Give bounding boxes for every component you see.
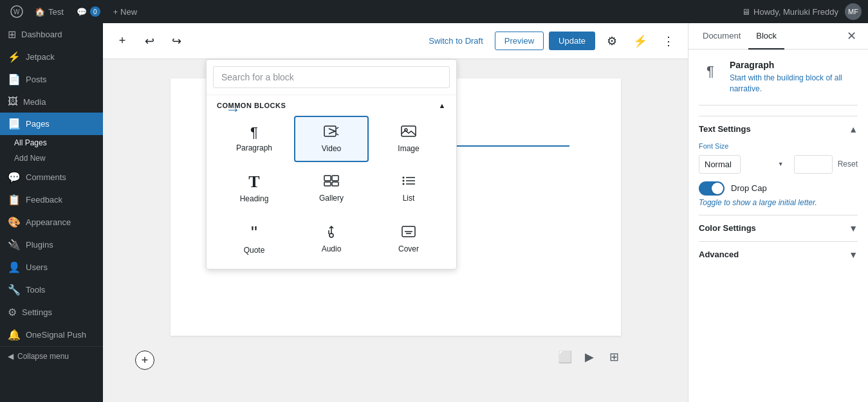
editor-block-toolbar: ⬜ ▶ ⊞ <box>555 347 623 367</box>
settings-toggle-button[interactable]: ⚙ <box>600 30 623 53</box>
category-header: Common Blocks ▲ <box>217 102 446 109</box>
tab-block[interactable]: Block <box>748 23 784 50</box>
block-description: Start with the building block of all nar… <box>730 73 858 95</box>
block-item-image[interactable]: Image <box>371 116 446 162</box>
admin-bar-new[interactable]: + New <box>108 0 142 23</box>
drop-cap-description: Toggle to show a large initial letter. <box>699 198 858 207</box>
block-item-list[interactable]: List <box>371 165 446 212</box>
image-block-icon <box>401 125 416 140</box>
font-size-reset-button[interactable]: Reset <box>838 160 858 169</box>
drop-cap-label: Drop Cap <box>731 183 767 193</box>
sidebar-item-dashboard[interactable]: ⊞ Dashboard <box>0 23 103 46</box>
table-icon[interactable]: ⊞ <box>604 347 623 367</box>
sidebar-item-appearance[interactable]: 🎨 Appearance <box>0 211 103 233</box>
main-layout: ⊞ Dashboard ⚡ Jetpack 📄 Posts 🖼 Media 📃 … <box>0 23 868 402</box>
undo-button[interactable]: ↩ <box>138 30 161 53</box>
sidebar-item-feedback[interactable]: 📋 Feedback <box>0 188 103 211</box>
panel-content: ¶ Paragraph Start with the building bloc… <box>688 50 868 402</box>
block-grid: ¶ Paragraph <box>217 116 446 264</box>
add-block-button[interactable]: + <box>111 30 134 53</box>
undo-icon: ↩ <box>145 34 154 48</box>
user-avatar[interactable]: MF <box>845 3 862 20</box>
pages-icon: 📃 <box>8 118 21 130</box>
block-item-heading[interactable]: T Heading <box>217 165 291 212</box>
block-item-video[interactable]: Video <box>294 116 369 162</box>
sidebar-item-posts[interactable]: 📄 Posts <box>0 68 103 91</box>
svg-point-15 <box>403 180 405 182</box>
svg-line-4 <box>337 134 338 135</box>
block-item-gallery[interactable]: Gallery <box>294 165 369 212</box>
advanced-chevron: ▼ <box>849 250 858 260</box>
admin-bar-site[interactable]: 🏠 Test <box>30 0 69 23</box>
toggle-knob <box>712 183 723 194</box>
comment-count: 0 <box>90 6 100 17</box>
add-icon: + <box>119 34 126 48</box>
color-settings-section: Color Settings ▼ <box>699 215 858 241</box>
cover-block-icon <box>401 225 416 241</box>
update-button[interactable]: Update <box>549 32 595 50</box>
text-settings-header[interactable]: Text Settings ▲ <box>699 116 858 142</box>
dashboard-icon: ⊞ <box>8 28 16 41</box>
admin-bar-comments[interactable]: 💬 0 <box>71 0 106 23</box>
square-icon[interactable]: ⬜ <box>555 347 575 367</box>
sidebar-item-plugins[interactable]: 🔌 Plugins <box>0 233 103 256</box>
block-name: Paragraph <box>730 60 858 70</box>
block-selector-scroll: Common Blocks ▲ ¶ Paragraph <box>207 95 456 269</box>
home-icon: 🏠 <box>35 7 45 17</box>
sidebar-item-comments[interactable]: 💬 Comments <box>0 166 103 188</box>
sidebar-item-onesignal[interactable]: 🔔 OneSignal Push <box>0 324 103 346</box>
color-settings-header[interactable]: Color Settings ▼ <box>699 215 858 241</box>
block-item-paragraph[interactable]: ¶ Paragraph <box>217 116 291 162</box>
sidebar-item-media[interactable]: 🖼 Media <box>0 91 103 113</box>
advanced-section: Advanced ▼ <box>699 241 858 268</box>
sidebar-sub-all-pages[interactable]: All Pages <box>0 135 103 151</box>
block-search-input[interactable] <box>213 66 450 88</box>
editor-area: + ↩ ↪ Switch to Draft Preview Update ⚙ ⚡… <box>103 23 688 402</box>
feedback-icon: 📋 <box>8 194 21 206</box>
ellipsis-icon: ⋮ <box>663 34 674 48</box>
font-size-select[interactable]: Small Normal Medium Large Huge <box>699 155 741 174</box>
list-block-icon <box>401 174 416 190</box>
tools-icon: 🔧 <box>8 284 21 296</box>
panel-tabs: Document Block ✕ <box>688 23 868 50</box>
paragraph-block-icon: ¶ <box>250 125 258 140</box>
more-options-button[interactable]: ⋮ <box>657 30 680 53</box>
font-size-select-wrapper: Small Normal Medium Large Huge <box>699 155 789 174</box>
sidebar-item-jetpack[interactable]: ⚡ Jetpack <box>0 46 103 68</box>
svg-text:W: W <box>14 8 20 15</box>
switch-to-draft-button[interactable]: Switch to Draft <box>422 32 490 50</box>
wp-logo[interactable]: W <box>6 0 27 23</box>
svg-rect-5 <box>402 126 416 136</box>
advanced-header[interactable]: Advanced ▼ <box>699 241 858 268</box>
svg-rect-8 <box>332 176 338 181</box>
collapse-category-icon[interactable]: ▲ <box>439 102 446 109</box>
block-item-audio[interactable]: Audio <box>294 215 369 264</box>
sidebar-item-users[interactable]: 👤 Users <box>0 256 103 279</box>
text-settings-content: Font Size Small Normal Medium Large Huge <box>699 142 858 215</box>
admin-bar-user[interactable]: 🖥 Howdy, Muriuki Freddy <box>737 0 844 23</box>
collapse-menu-btn[interactable]: ◀ Collapse menu <box>0 346 103 366</box>
block-item-cover[interactable]: Cover <box>371 215 446 264</box>
sidebar-item-tools[interactable]: 🔧 Tools <box>0 279 103 301</box>
jetpack-icon: ⚡ <box>8 51 21 63</box>
editor-add-block-button[interactable]: + <box>135 351 154 370</box>
tools-button[interactable]: ⚡ <box>629 30 652 53</box>
svg-point-14 <box>403 177 405 179</box>
tab-document[interactable]: Document <box>695 23 748 50</box>
drop-cap-toggle[interactable] <box>699 181 725 196</box>
drop-cap-row: Drop Cap <box>699 181 858 196</box>
onesignal-icon: 🔔 <box>8 329 21 341</box>
block-item-quote[interactable]: " Quote <box>217 215 291 264</box>
preview-button[interactable]: Preview <box>495 32 544 50</box>
font-size-custom-input[interactable] <box>794 155 833 174</box>
youtube-icon[interactable]: ▶ <box>580 347 599 367</box>
admin-bar-right: 🖥 Howdy, Muriuki Freddy MF <box>737 0 862 23</box>
sidebar-item-pages[interactable]: 📃 Pages <box>0 113 103 135</box>
sidebar: ⊞ Dashboard ⚡ Jetpack 📄 Posts 🖼 Media 📃 … <box>0 23 103 402</box>
redo-button[interactable]: ↪ <box>165 30 188 53</box>
sidebar-item-settings[interactable]: ⚙ Settings <box>0 301 103 324</box>
sidebar-sub-add-new[interactable]: Add New <box>0 151 103 166</box>
font-size-row: Small Normal Medium Large Huge Reset <box>699 155 858 174</box>
panel-close-button[interactable]: ✕ <box>842 24 862 48</box>
comments-icon: 💬 <box>8 171 21 183</box>
